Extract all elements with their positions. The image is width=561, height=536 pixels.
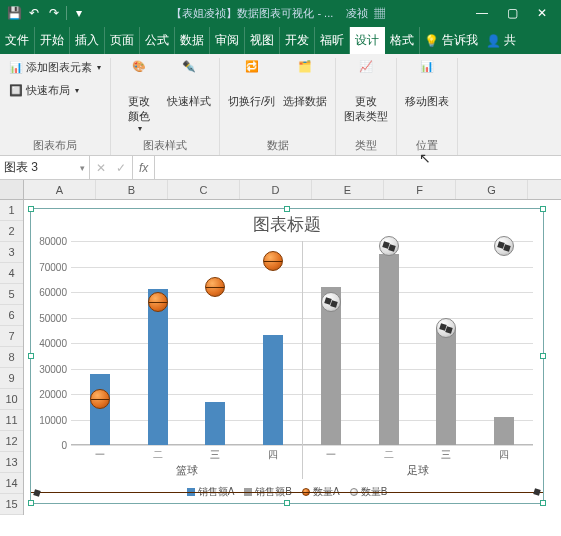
row-head-4[interactable]: 4 [0, 263, 23, 284]
x-cat: 四 [499, 445, 509, 462]
chart-legend[interactable]: 销售额A销售额B数量A数量B [31, 485, 543, 499]
bar-足球-四[interactable] [494, 417, 514, 445]
row-head-7[interactable]: 7 [0, 326, 23, 347]
x-cat: 二 [384, 445, 394, 462]
close-button[interactable]: ✕ [527, 6, 557, 20]
ribbon-tabs: 文件开始插入页面公式数据审阅视图开发福昕设计格式💡告诉我👤共 [0, 26, 561, 54]
row-head-14[interactable]: 14 [0, 473, 23, 494]
row-head-3[interactable]: 3 [0, 242, 23, 263]
row-head-5[interactable]: 5 [0, 284, 23, 305]
col-head-B[interactable]: B [96, 180, 168, 199]
col-head-G[interactable]: G [456, 180, 528, 199]
marker-足球-一[interactable] [321, 292, 341, 312]
formula-input[interactable]: ↖ [155, 156, 561, 179]
row-head-15[interactable]: 15 [0, 494, 23, 515]
tab-公式[interactable]: 公式 [140, 27, 175, 54]
bar-足球-三[interactable] [436, 328, 456, 445]
chart-title[interactable]: 图表标题 [31, 209, 543, 240]
marker-足球-二[interactable] [379, 236, 399, 256]
tab-开始[interactable]: 开始 [35, 27, 70, 54]
fx-icon[interactable]: fx [133, 156, 155, 179]
qat-custom-icon[interactable]: ▾ [69, 3, 89, 23]
row-head-11[interactable]: 11 [0, 410, 23, 431]
tab-文件[interactable]: 文件 [0, 27, 35, 54]
col-head-D[interactable]: D [240, 180, 312, 199]
ribbon: 📊添加图表元素▾ 🔲快速布局▾ 图表布局 🎨更改 颜色▾ ✒️快速样式 图表样式… [0, 54, 561, 156]
select-all-corner[interactable] [0, 180, 24, 199]
redo-icon[interactable]: ↷ [44, 3, 64, 23]
quick-styles-button[interactable]: ✒️快速样式 [165, 58, 213, 111]
maximize-button[interactable]: ▢ [497, 6, 527, 20]
undo-icon[interactable]: ↶ [24, 3, 44, 23]
tab-页面[interactable]: 页面 [105, 27, 140, 54]
minimize-button[interactable]: — [467, 6, 497, 20]
col-head-A[interactable]: A [24, 180, 96, 199]
cancel-icon[interactable]: ✕ [96, 161, 106, 175]
chart-type-icon: 📈 [350, 60, 382, 92]
row-head-9[interactable]: 9 [0, 368, 23, 389]
formula-bar-row: 图表 3▾ ✕ ✓ fx ↖ [0, 156, 561, 180]
marker-足球-三[interactable] [436, 318, 456, 338]
marker-足球-四[interactable] [494, 236, 514, 256]
marker-篮球-三[interactable] [205, 277, 225, 297]
move-chart-icon: 📊 [411, 60, 443, 92]
row-head-2[interactable]: 2 [0, 221, 23, 242]
switch-row-column-button[interactable]: 🔁切换行/列 [226, 58, 277, 111]
row-head-1[interactable]: 1 [0, 200, 23, 221]
col-head-E[interactable]: E [312, 180, 384, 199]
name-box[interactable]: 图表 3▾ [0, 156, 90, 179]
marker-篮球-一[interactable] [90, 389, 110, 409]
user-name: 凌祯 [346, 7, 368, 19]
plot-area[interactable]: 0100002000030000400005000060000700008000… [71, 241, 533, 445]
row-head-12[interactable]: 12 [0, 431, 23, 452]
tab-视图[interactable]: 视图 [245, 27, 280, 54]
row-head-10[interactable]: 10 [0, 389, 23, 410]
x-cat: 一 [95, 445, 105, 462]
enter-icon[interactable]: ✓ [116, 161, 126, 175]
row-head-13[interactable]: 13 [0, 452, 23, 473]
bar-足球-二[interactable] [379, 254, 399, 445]
tab-福昕[interactable]: 福昕 [315, 27, 350, 54]
y-tick: 50000 [39, 312, 67, 323]
x-group: 足球 [407, 445, 429, 478]
tab-数据[interactable]: 数据 [175, 27, 210, 54]
x-cat: 三 [210, 445, 220, 462]
x-cat: 四 [268, 445, 278, 462]
col-head-F[interactable]: F [384, 180, 456, 199]
marker-篮球-二[interactable] [148, 292, 168, 312]
tab-审阅[interactable]: 审阅 [210, 27, 245, 54]
tab-设计[interactable]: 设计 [350, 27, 385, 54]
row-head-6[interactable]: 6 [0, 305, 23, 326]
row-head-8[interactable]: 8 [0, 347, 23, 368]
marker-篮球-四[interactable] [263, 251, 283, 271]
bar-篮球-四[interactable] [263, 335, 283, 445]
x-group: 篮球 [176, 445, 198, 478]
doc-title: 【表姐凌祯】数据图表可视化 - ... [171, 7, 333, 19]
move-chart-button[interactable]: 📊移动图表 [403, 58, 451, 111]
title-bar: 💾 ↶ ↷ ▾ 【表姐凌祯】数据图表可视化 - ... 凌祯 ▦ — ▢ ✕ [0, 0, 561, 26]
select-data-button[interactable]: 🗂️选择数据 [281, 58, 329, 111]
tell-me[interactable]: 💡告诉我 [420, 27, 482, 54]
tab-插入[interactable]: 插入 [70, 27, 105, 54]
col-head-C[interactable]: C [168, 180, 240, 199]
x-cat: 三 [441, 445, 451, 462]
lightbulb-icon: 💡 [424, 34, 439, 48]
group-label: 图表样式 [143, 138, 187, 155]
tab-开发[interactable]: 开发 [280, 27, 315, 54]
add-chart-element-button[interactable]: 📊添加图表元素▾ [6, 58, 104, 77]
layout-icon: 🔲 [9, 84, 23, 98]
bar-篮球-三[interactable] [205, 402, 225, 445]
ribbon-display-icon[interactable]: ▦ [374, 7, 385, 19]
save-icon[interactable]: 💾 [4, 3, 24, 23]
x-cat: 一 [326, 445, 336, 462]
tab-格式[interactable]: 格式 [385, 27, 420, 54]
bar-篮球-一[interactable] [90, 374, 110, 445]
quick-layout-button[interactable]: 🔲快速布局▾ [6, 81, 82, 100]
change-chart-type-button[interactable]: 📈更改 图表类型 [342, 58, 390, 126]
bar-篮球-二[interactable] [148, 289, 168, 445]
change-colors-button[interactable]: 🎨更改 颜色▾ [117, 58, 161, 135]
worksheet[interactable]: ABCDEFG 123456789101112131415 图表标题 01000… [0, 180, 561, 200]
chart-object[interactable]: 图表标题 01000020000300004000050000600007000… [30, 208, 544, 504]
share-button[interactable]: 👤共 [482, 27, 520, 54]
colors-icon: 🎨 [123, 60, 155, 92]
